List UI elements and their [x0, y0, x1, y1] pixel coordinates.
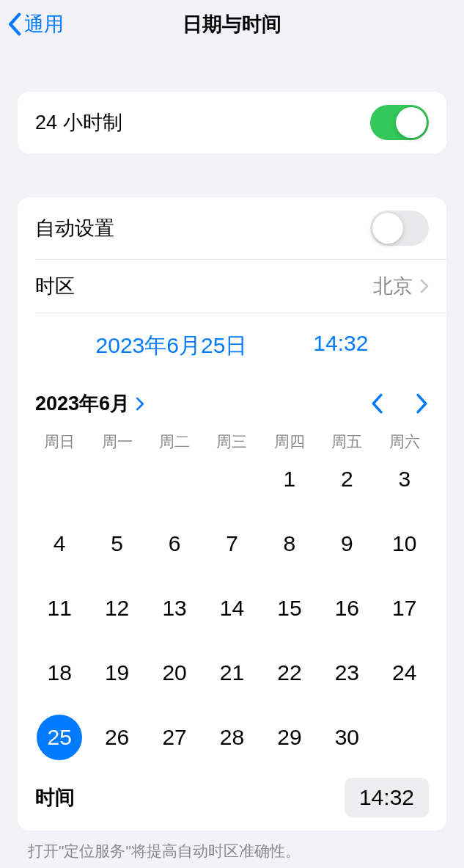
- calendar-day[interactable]: 16: [318, 584, 375, 632]
- weekday-label: 周一: [88, 431, 145, 452]
- timezone-text: 北京: [373, 273, 413, 299]
- month-nav: [370, 393, 429, 414]
- value-timezone: 北京: [373, 273, 429, 299]
- datetime-display: 2023年6月25日 14:32: [35, 313, 446, 379]
- calendar-day-empty: [31, 455, 88, 503]
- chevron-left-icon: [7, 12, 21, 36]
- calendar-day[interactable]: 29: [261, 713, 318, 762]
- weekday-label: 周三: [203, 431, 260, 452]
- switch-thumb: [396, 107, 427, 138]
- calendar-day[interactable]: 22: [261, 649, 318, 697]
- weekday-label: 周日: [31, 431, 88, 452]
- calendar-day[interactable]: 18: [31, 649, 88, 697]
- weekday-label: 周四: [261, 431, 318, 452]
- calendar-day[interactable]: 21: [203, 649, 260, 697]
- weekday-label: 周六: [376, 431, 433, 452]
- calendar-day[interactable]: 30: [318, 713, 375, 762]
- calendar-day[interactable]: 10: [376, 519, 433, 568]
- header: 通用 日期与时间: [0, 0, 464, 48]
- calendar-day[interactable]: 6: [146, 519, 203, 568]
- calendar-day[interactable]: 13: [146, 584, 203, 632]
- calendar-day[interactable]: 1: [261, 455, 318, 503]
- calendar-day[interactable]: 15: [261, 584, 318, 632]
- calendar-day[interactable]: 25: [31, 713, 88, 762]
- date-display[interactable]: 2023年6月25日: [96, 331, 248, 361]
- calendar-day[interactable]: 17: [376, 584, 433, 632]
- back-button[interactable]: 通用: [7, 11, 64, 37]
- calendar-day[interactable]: 8: [261, 519, 318, 568]
- chevron-right-icon: [136, 397, 144, 411]
- label-auto-set: 自动设置: [35, 215, 114, 241]
- calendar-day[interactable]: 23: [318, 649, 375, 697]
- month-label-text: 2023年6月: [35, 390, 130, 417]
- footer-note: 打开"定位服务"将提高自动时区准确性。: [28, 841, 436, 861]
- calendar-day[interactable]: 9: [318, 519, 375, 568]
- calendar-day[interactable]: 3: [376, 455, 433, 503]
- calendar-header: 2023年6月: [18, 379, 446, 424]
- calendar-day[interactable]: 11: [31, 584, 88, 632]
- calendar-day[interactable]: 19: [88, 649, 145, 697]
- calendar-day-empty: [146, 455, 203, 503]
- row-auto-set: 自动设置: [18, 197, 446, 259]
- calendar-day[interactable]: 28: [203, 713, 260, 762]
- calendar-day[interactable]: 27: [146, 713, 203, 762]
- calendar-grid: 1234567891011121314151617181920212223242…: [18, 455, 446, 767]
- calendar-day-empty: [203, 455, 260, 503]
- weekday-label: 周二: [146, 431, 203, 452]
- row-24h-clock: 24 小时制: [18, 92, 446, 153]
- switch-auto-set[interactable]: [370, 211, 429, 246]
- section-datetime: 自动设置 时区 北京 2023年6月25日 14:32 2023年6月: [18, 197, 446, 831]
- calendar-day[interactable]: 2: [318, 455, 375, 503]
- time-label: 时间: [35, 784, 75, 811]
- chevron-right-icon: [420, 279, 429, 293]
- section-24h: 24 小时制: [18, 92, 446, 153]
- calendar-day[interactable]: 20: [146, 649, 203, 697]
- switch-thumb: [372, 213, 403, 244]
- calendar-day[interactable]: 4: [31, 519, 88, 568]
- time-display[interactable]: 14:32: [313, 331, 368, 361]
- calendar-day-empty: [88, 455, 145, 503]
- row-timezone[interactable]: 时区 北京: [35, 259, 446, 313]
- label-24h-clock: 24 小时制: [35, 109, 122, 136]
- next-month-button[interactable]: [416, 393, 429, 414]
- calendar-day[interactable]: 26: [88, 713, 145, 762]
- weekday-label: 周五: [318, 431, 375, 452]
- switch-24h-clock[interactable]: [370, 105, 429, 140]
- label-timezone: 时区: [35, 273, 75, 299]
- calendar-day[interactable]: 12: [88, 584, 145, 632]
- month-selector[interactable]: 2023年6月: [35, 390, 144, 417]
- time-picker[interactable]: 14:32: [345, 778, 429, 817]
- time-row: 时间 14:32: [18, 767, 446, 831]
- calendar-day[interactable]: 24: [376, 649, 433, 697]
- prev-month-button[interactable]: [370, 393, 383, 414]
- weekday-row: 周日周一周二周三周四周五周六: [18, 424, 446, 455]
- back-label: 通用: [24, 11, 64, 37]
- calendar-day[interactable]: 7: [203, 519, 260, 568]
- calendar-day[interactable]: 5: [88, 519, 145, 568]
- page-title: 日期与时间: [0, 11, 464, 37]
- calendar-day[interactable]: 14: [203, 584, 260, 632]
